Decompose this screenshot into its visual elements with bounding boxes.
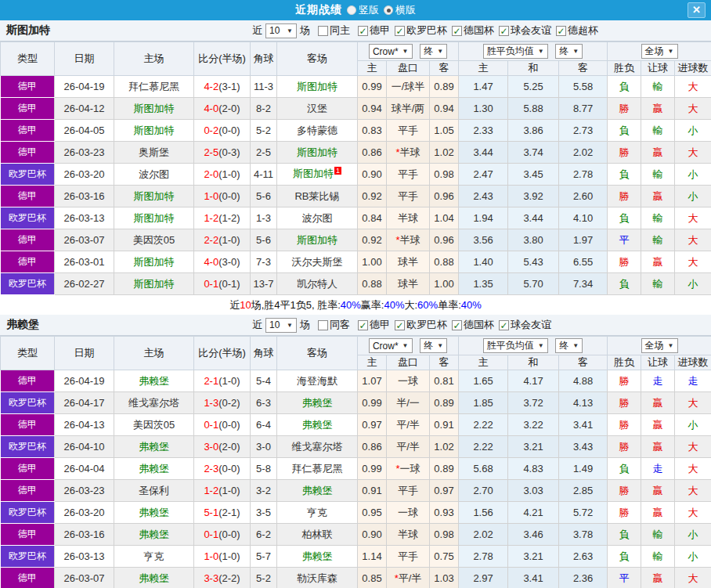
home-odds-cell: 0.99 <box>358 458 387 480</box>
dialog-title: 近期战绩 <box>295 3 342 17</box>
result-group-header: 全场▼ <box>608 337 711 355</box>
date-cell: 26-04-04 <box>55 458 114 480</box>
summary-part: 40% <box>461 299 482 311</box>
same-venue-filter[interactable]: ✓ 同主 <box>318 23 350 38</box>
home-odds-cell: 0.83 <box>358 120 387 142</box>
league-checkbox[interactable]: ✓ <box>556 26 566 36</box>
handicap-cell: 平/半 <box>387 436 430 458</box>
avg-odds-select[interactable]: 胜平负均值▼ <box>483 44 548 59</box>
fulltime-score: 2-5 <box>204 146 218 158</box>
same-venue-checkbox[interactable]: ✓ <box>318 320 328 330</box>
avg-home-cell: 5.68 <box>459 458 508 480</box>
league-checkbox[interactable]: ✓ <box>395 26 405 36</box>
match-count-select[interactable]: 10 ▼ <box>265 318 297 333</box>
avg-away-cell: 2.60 <box>559 186 608 207</box>
radio-checked-icon[interactable] <box>384 5 393 15</box>
league-filter[interactable]: ✓德甲 <box>358 23 390 38</box>
league-filter[interactable]: ✓德国杯 <box>452 318 494 332</box>
league-checkbox[interactable]: ✓ <box>452 26 462 36</box>
home-odds-cell: 0.92 <box>358 186 387 207</box>
league-cell: 欧罗巴杯 <box>1 502 55 524</box>
avg-odds-select[interactable]: 胜平负均值▼ <box>483 338 548 353</box>
score-cell: 2-0(1-0) <box>194 164 251 186</box>
league-checkbox[interactable]: ✓ <box>358 26 368 36</box>
away-odds-cell: 0.98 <box>430 524 459 546</box>
away-team-cell: 汉堡 <box>277 98 358 120</box>
goals-result-cell: 大 <box>675 568 711 588</box>
league-filter[interactable]: ✓球会友谊 <box>499 318 551 332</box>
goals-result-cell: 小 <box>675 273 711 295</box>
home-odds-cell: 0.97 <box>358 414 387 436</box>
summary-part: 大: <box>404 298 417 312</box>
halftime-score: (1-0) <box>218 375 240 387</box>
odds-stage-select[interactable]: 终▼ <box>420 338 447 353</box>
match-count-select[interactable]: 10 ▼ <box>265 23 297 38</box>
full-match-select[interactable]: 全场▼ <box>641 44 678 59</box>
score-cell: 2-1(1-0) <box>194 370 251 392</box>
league-filter[interactable]: ✓德超杯 <box>556 23 598 38</box>
layout-horizontal-option[interactable]: 横版 <box>384 3 416 17</box>
date-cell: 26-03-16 <box>55 524 114 546</box>
fulltime-score: 0-1 <box>204 419 218 431</box>
match-row: 德甲26-04-13美因茨050-1(0-0)6-4弗赖堡0.97平/半0.91… <box>1 414 711 436</box>
corner-cell: 5-7 <box>251 546 277 568</box>
avg-home-cell: 2.02 <box>459 524 508 546</box>
away-team-cell: 斯图加特 <box>277 229 358 251</box>
close-button[interactable]: ✕ <box>688 2 706 18</box>
league-checkbox[interactable]: ✓ <box>395 320 405 330</box>
league-filter[interactable]: ✓德甲 <box>358 318 390 332</box>
league-checkbox[interactable]: ✓ <box>452 320 462 330</box>
odds-source-value: Crow* <box>373 46 399 57</box>
avg-draw-cell: 3.41 <box>508 568 559 588</box>
away-odds-cell: 0.89 <box>430 76 459 98</box>
date-cell: 26-03-20 <box>55 502 114 524</box>
same-venue-checkbox[interactable]: ✓ <box>318 26 328 36</box>
sub-header-goals: 进球数 <box>675 61 711 76</box>
corner-cell: 6-3 <box>251 392 277 414</box>
league-checkbox[interactable]: ✓ <box>358 320 368 330</box>
date-cell: 26-03-23 <box>55 480 114 502</box>
layout-vertical-option[interactable]: 竖版 <box>347 3 379 17</box>
league-cell: 欧罗巴杯 <box>1 164 55 186</box>
team-section-2: 弗赖堡 近 10 ▼ 场 ✓ 同客 ✓德甲✓欧罗巴杯✓德国杯✓球会友谊 类型 日… <box>0 315 711 588</box>
league-filter[interactable]: ✓德国杯 <box>452 23 494 38</box>
odds-source-select[interactable]: Crow*▼ <box>369 338 413 353</box>
radio-unchecked-icon[interactable] <box>347 5 356 15</box>
handicap-cell: 一球 <box>387 502 430 524</box>
away-odds-cell: 0.93 <box>430 502 459 524</box>
league-checkbox[interactable]: ✓ <box>499 320 509 330</box>
handicap-result-cell: 走 <box>641 370 675 392</box>
same-venue-filter[interactable]: ✓ 同客 <box>318 318 350 332</box>
avg-home-cell: 2.22 <box>459 414 508 436</box>
corner-cell: 5-6 <box>251 229 277 251</box>
away-odds-cell: 0.96 <box>430 186 459 207</box>
avg-away-cell: 5.58 <box>559 76 608 98</box>
avg-stage-select[interactable]: 终▼ <box>555 44 583 59</box>
league-filter[interactable]: ✓球会友谊 <box>499 23 551 38</box>
avg-stage-select[interactable]: 终▼ <box>555 338 583 353</box>
odds-source-select[interactable]: Crow*▼ <box>369 44 413 59</box>
league-filter[interactable]: ✓欧罗巴杯 <box>395 23 447 38</box>
avg-home-cell: 1.65 <box>459 370 508 392</box>
avg-home-cell: 2.47 <box>459 164 508 186</box>
dropdown-arrow-icon: ▼ <box>287 322 293 329</box>
odds-stage-select[interactable]: 终▼ <box>420 44 447 59</box>
sub-header-avg-home: 主 <box>459 61 508 76</box>
league-filter[interactable]: ✓欧罗巴杯 <box>395 318 447 332</box>
col-header-date: 日期 <box>55 42 114 76</box>
fulltime-score: 5-1 <box>204 507 218 518</box>
result-cell: 勝 <box>608 98 641 120</box>
full-match-select[interactable]: 全场▼ <box>641 338 678 353</box>
avg-away-cell: 2.63 <box>559 546 608 568</box>
sub-header-home-odds: 主 <box>358 355 387 370</box>
handicap-result-cell: 贏 <box>641 392 675 414</box>
handicap-cell: 半/一 <box>387 392 430 414</box>
result-cell: 勝 <box>608 142 641 164</box>
league-checkbox[interactable]: ✓ <box>499 26 509 36</box>
avg-draw-cell: 3.44 <box>508 207 559 229</box>
avg-away-cell: 2.78 <box>559 164 608 186</box>
goals-result-cell: 小 <box>675 120 711 142</box>
halftime-score: (0-2) <box>218 397 240 409</box>
date-cell: 26-04-10 <box>55 436 114 458</box>
avg-home-cell: 2.97 <box>459 568 508 588</box>
